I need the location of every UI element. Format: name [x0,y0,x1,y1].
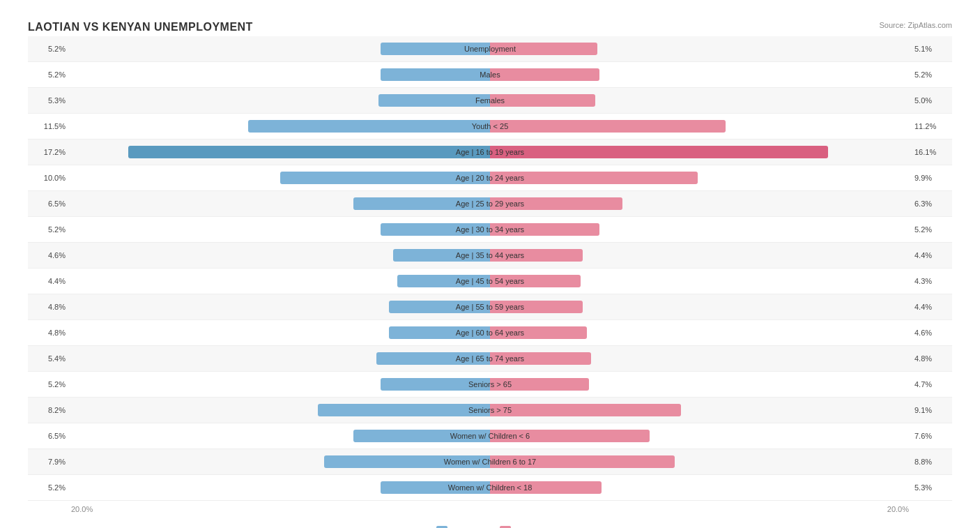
chart-title: LAOTIAN VS KENYAN UNEMPLOYMENT [28,21,253,33]
bar-label: Seniors > 65 [468,380,512,389]
right-value: 4.6% [910,329,952,337]
axis-row: 20.0% 20.0% [28,501,952,518]
right-value: 5.1% [910,45,952,53]
left-value: 4.4% [28,277,70,285]
bar-right [490,68,599,81]
bars-area: Age | 20 to 24 years [70,165,910,190]
bars-area: Seniors > 65 [70,372,910,397]
left-value: 4.6% [28,251,70,259]
chart-row: 4.8% Age | 60 to 64 years 4.6% [28,320,952,346]
chart-row: 4.6% Age | 35 to 44 years 4.4% [28,243,952,269]
left-value: 5.3% [28,96,70,105]
right-value: 6.3% [910,199,952,208]
bar-label: Age | 65 to 74 years [456,354,524,363]
chart-row: 5.2% Age | 30 to 34 years 5.2% [28,217,952,243]
right-value: 8.8% [910,458,952,466]
bar-left [318,404,490,416]
right-value: 11.2% [910,122,952,130]
bar-label: Unemployment [464,45,516,53]
bars-area: Youth < 25 [70,114,910,139]
chart-row: 4.8% Age | 55 to 59 years 4.4% [28,294,952,320]
chart-row: 6.5% Women w/ Children < 6 7.6% [28,423,952,449]
bar-right [490,94,595,107]
bars-area: Seniors > 75 [70,398,910,423]
bars-area: Age | 45 to 54 years [70,269,910,294]
bar-label: Age | 16 to 19 years [456,148,524,156]
right-value: 16.1% [910,148,952,156]
right-value: 5.2% [910,70,952,79]
chart-row: 7.9% Women w/ Children 6 to 17 8.8% [28,449,952,475]
axis-left-label: 20.0% [71,505,93,513]
chart-row: 5.2% Women w/ Children < 18 5.3% [28,475,952,501]
chart-row: 8.2% Seniors > 75 9.1% [28,398,952,423]
right-value: 5.0% [910,96,952,105]
bars-area: Age | 30 to 34 years [70,217,910,242]
left-value: 4.8% [28,329,70,337]
right-value: 9.9% [910,174,952,182]
left-value: 8.2% [28,406,70,414]
bar-label: Females [475,96,505,105]
bars-area: Age | 55 to 59 years [70,294,910,319]
left-value: 5.2% [28,45,70,53]
bar-label: Age | 25 to 29 years [456,199,524,208]
axis-right-label: 20.0% [887,505,909,513]
chart-row: 17.2% Age | 16 to 19 years 16.1% [28,139,952,165]
left-value: 4.8% [28,303,70,311]
left-value: 5.4% [28,354,70,363]
bar-label: Age | 60 to 64 years [456,329,524,337]
chart-row: 6.5% Age | 25 to 29 years 6.3% [28,191,952,217]
bars-area: Males [70,62,910,87]
left-value: 5.2% [28,225,70,234]
bar-right [490,120,726,133]
bar-label: Age | 30 to 34 years [456,225,524,234]
bars-area: Age | 25 to 29 years [70,191,910,216]
bar-label: Males [480,70,500,79]
bar-label: Women w/ Children 6 to 17 [444,458,536,466]
chart-row: 5.2% Seniors > 65 4.7% [28,372,952,398]
right-value: 7.6% [910,432,952,440]
chart-row: 5.3% Females 5.0% [28,88,952,114]
right-value: 5.3% [910,483,952,492]
bar-label: Seniors > 75 [468,406,512,414]
chart-row: 10.0% Age | 20 to 24 years 9.9% [28,165,952,191]
bars-area: Age | 16 to 19 years [70,139,910,165]
chart-container: LAOTIAN VS KENYAN UNEMPLOYMENT Source: Z… [14,14,966,528]
left-value: 6.5% [28,199,70,208]
bars-area: Unemployment [70,36,910,61]
right-value: 4.4% [910,251,952,259]
bar-right [490,404,681,416]
chart-row: 11.5% Youth < 25 11.2% [28,114,952,139]
left-value: 5.2% [28,483,70,492]
left-value: 6.5% [28,432,70,440]
left-value: 17.2% [28,148,70,156]
bars-area: Women w/ Children < 6 [70,423,910,448]
bars-area: Age | 35 to 44 years [70,243,910,268]
right-value: 4.3% [910,277,952,285]
chart-row: 5.2% Males 5.2% [28,62,952,88]
bar-label: Age | 20 to 24 years [456,174,524,182]
right-value: 4.7% [910,380,952,389]
bar-label: Age | 45 to 54 years [456,277,524,285]
left-value: 11.5% [28,122,70,130]
right-value: 9.1% [910,406,952,414]
bar-label: Women w/ Children < 6 [450,432,530,440]
bar-label: Age | 55 to 59 years [456,303,524,311]
right-value: 4.4% [910,303,952,311]
chart-row: 5.2% Unemployment 5.1% [28,36,952,62]
bars-area: Age | 65 to 74 years [70,346,910,371]
chart-area: 5.2% Unemployment 5.1% 5.2% Males 5.2% 5… [28,36,952,501]
bar-label: Women w/ Children < 18 [448,483,533,492]
left-value: 5.2% [28,70,70,79]
left-value: 10.0% [28,174,70,182]
left-value: 7.9% [28,458,70,466]
bars-area: Females [70,88,910,113]
bars-area: Age | 60 to 64 years [70,320,910,345]
bar-left [381,68,490,81]
chart-row: 5.4% Age | 65 to 74 years 4.8% [28,346,952,372]
bar-left [378,94,490,107]
chart-row: 4.4% Age | 45 to 54 years 4.3% [28,269,952,294]
bar-left [128,146,490,158]
bars-area: Women w/ Children 6 to 17 [70,449,910,474]
left-value: 5.2% [28,380,70,389]
bar-label: Youth < 25 [472,122,509,130]
